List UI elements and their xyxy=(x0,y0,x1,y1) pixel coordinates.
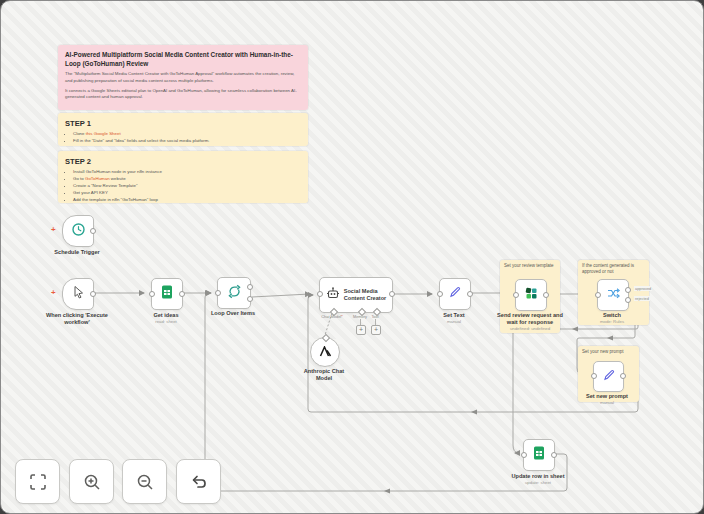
google-sheets-icon xyxy=(532,446,546,464)
note-paragraph: The "Multiplatform Social Media Content … xyxy=(65,71,301,84)
anthropic-icon xyxy=(319,343,332,361)
get-ideas-box[interactable] xyxy=(151,278,183,310)
output-port[interactable] xyxy=(389,291,395,297)
switch-output-label-rejected: rejected xyxy=(634,296,650,301)
step1-title: STEP 1 xyxy=(65,119,301,128)
input-port[interactable] xyxy=(215,290,221,296)
output-port-done[interactable] xyxy=(247,284,253,290)
step2-bullet: Get your API KEY xyxy=(73,189,301,196)
robot-icon xyxy=(326,286,340,304)
schedule-trigger-box[interactable] xyxy=(62,215,94,247)
input-port[interactable] xyxy=(437,291,443,297)
zoom-in-button[interactable] xyxy=(69,459,114,504)
set-new-prompt-box[interactable] xyxy=(593,361,624,392)
undo-icon xyxy=(190,473,208,491)
zoom-in-icon xyxy=(83,473,101,491)
set-text-box[interactable] xyxy=(439,278,471,310)
add-memory-button[interactable]: + xyxy=(356,325,366,335)
manual-trigger-box[interactable] xyxy=(62,278,94,310)
model-port[interactable] xyxy=(322,334,330,342)
anthropic-box[interactable] xyxy=(310,337,340,367)
loop-icon xyxy=(227,284,242,303)
step2-bullet: Install GoToHuman node in your n8n insta… xyxy=(73,168,301,175)
update-row-box[interactable] xyxy=(523,439,555,471)
switch-icon xyxy=(606,286,620,304)
input-port[interactable] xyxy=(317,291,323,297)
input-port[interactable] xyxy=(595,292,601,298)
output-port[interactable] xyxy=(90,291,96,297)
step2-bullet: Add the template in n8n "GoToHuman" loop xyxy=(73,196,301,203)
step2-note[interactable]: STEP 2 Install GoToHuman node in your n8… xyxy=(58,151,308,203)
pencil-icon xyxy=(448,285,462,303)
step2-bullet: Go to GoToHuman website xyxy=(73,175,301,182)
trigger-pin-icon: + xyxy=(51,226,56,234)
fit-view-button[interactable] xyxy=(15,459,60,504)
output-port-approved[interactable] xyxy=(625,287,631,293)
output-port[interactable] xyxy=(620,373,626,379)
output-port[interactable] xyxy=(551,452,557,458)
step1-bullet: Fill in the "Date" and "Idea" fields and… xyxy=(73,137,301,144)
gotohuman-link[interactable]: GoToHuman xyxy=(85,176,110,181)
output-port[interactable] xyxy=(90,228,96,234)
cursor-icon xyxy=(71,285,85,303)
google-sheet-link[interactable]: this Google Sheet xyxy=(86,131,121,136)
workflow-description-note[interactable]: AI-Powered Multiplatform Social Media Co… xyxy=(58,45,308,110)
input-port[interactable] xyxy=(591,373,597,379)
send-review-box[interactable] xyxy=(515,279,547,311)
add-tool-button[interactable]: + xyxy=(371,325,381,335)
switch-box[interactable] xyxy=(597,279,629,311)
google-sheets-icon xyxy=(160,285,174,303)
fit-view-icon xyxy=(29,473,47,491)
output-port-rejected[interactable] xyxy=(625,297,631,303)
clock-icon xyxy=(71,222,86,241)
gotohuman-icon xyxy=(525,286,538,304)
step2-title: STEP 2 xyxy=(65,157,301,166)
step1-bullet: Clone this Google Sheet xyxy=(73,130,301,137)
workflow-canvas[interactable]: AI-Powered Multiplatform Social Media Co… xyxy=(0,0,704,514)
zoom-out-icon xyxy=(136,473,154,491)
agent-box[interactable]: Social Media Content Creator xyxy=(319,277,393,313)
output-port[interactable] xyxy=(543,292,549,298)
undo-button[interactable] xyxy=(176,459,221,504)
switch-output-label-approved: approved xyxy=(634,286,652,291)
input-port[interactable] xyxy=(149,291,155,297)
output-port[interactable] xyxy=(467,291,473,297)
note-title: AI-Powered Multiplatform Social Media Co… xyxy=(65,51,301,68)
pencil-icon xyxy=(602,368,616,386)
zoom-out-button[interactable] xyxy=(122,459,167,504)
input-port[interactable] xyxy=(513,292,519,298)
step1-note[interactable]: STEP 1 Clone this Google Sheet Fill in t… xyxy=(58,113,308,146)
loop-box[interactable] xyxy=(217,277,251,309)
output-port[interactable] xyxy=(179,291,185,297)
output-port-loop[interactable] xyxy=(247,296,253,302)
input-port[interactable] xyxy=(521,452,527,458)
trigger-pin-icon: + xyxy=(51,289,56,297)
note-paragraph: It connects a Google Sheets editorial pl… xyxy=(65,88,301,101)
step2-bullet: Create a "New Review Template" xyxy=(73,182,301,189)
